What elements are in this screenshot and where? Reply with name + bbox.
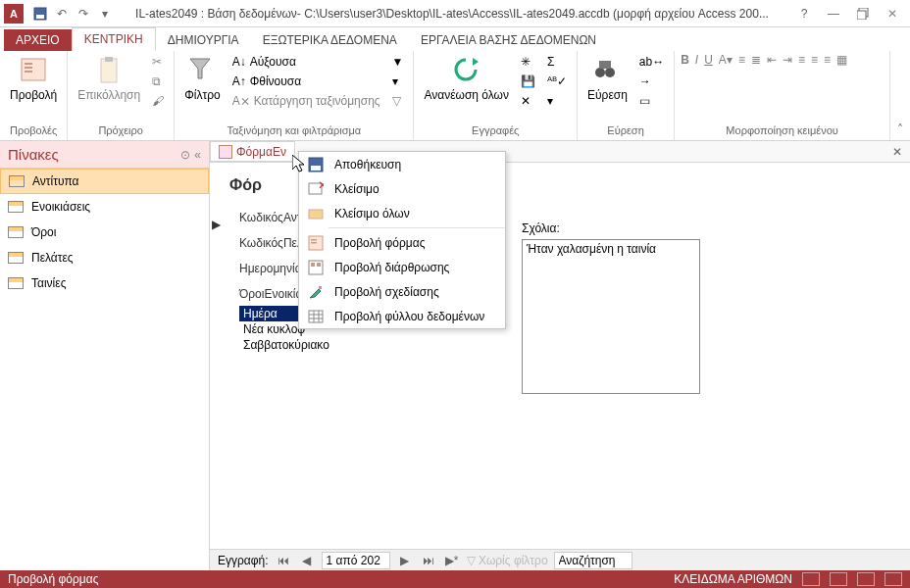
indent-left-button[interactable]: ⇤ <box>767 53 777 67</box>
datasheet-view-icon <box>307 308 325 325</box>
menu-save[interactable]: Αποθήκευση <box>299 152 505 176</box>
comments-textarea[interactable]: Ήταν χαλασμένη η ταινία <box>522 239 700 394</box>
view-shortcut-layout[interactable] <box>857 572 875 586</box>
cut-button[interactable]: ✂ <box>148 53 168 71</box>
format-painter-button[interactable]: 🖌 <box>148 92 168 110</box>
redo-icon[interactable]: ↷ <box>75 5 92 23</box>
fill-color-button[interactable]: ▦ <box>836 53 847 67</box>
delete-record-button[interactable]: ✕ <box>517 92 539 110</box>
spelling-button[interactable]: ᴬᴮ✓ <box>543 73 571 90</box>
undo-icon[interactable]: ↶ <box>53 5 71 23</box>
menu-close[interactable]: ✕ Κλείσιμο <box>299 176 505 201</box>
nav-item-tainies[interactable]: Ταινίες <box>0 270 209 296</box>
paste-button[interactable]: Επικόλληση <box>74 53 144 104</box>
nav-item-enoikiaseis[interactable]: Ενοικιάσεις <box>0 194 209 220</box>
numbering-button[interactable]: ≣ <box>751 53 761 67</box>
underline-button[interactable]: U <box>704 53 713 67</box>
svg-rect-5 <box>25 63 32 65</box>
close-button[interactable]: ✕ <box>879 4 906 24</box>
collapse-ribbon-button[interactable]: ˄ <box>890 51 910 140</box>
svg-marker-11 <box>473 58 479 66</box>
prev-record-button[interactable]: ◀ <box>298 554 316 567</box>
nav-item-pelates[interactable]: Πελάτες <box>0 245 209 270</box>
tab-database-tools[interactable]: ΕΡΓΑΛΕΙΑ ΒΑΣΗΣ ΔΕΔΟΜΕΝΩΝ <box>409 29 608 51</box>
form-icon <box>219 145 232 159</box>
svg-rect-14 <box>599 61 611 69</box>
toggle-filter-button[interactable]: ▽ <box>388 92 408 110</box>
list-option-savvatokyriako[interactable]: Σαββατοκύριακο <box>239 337 382 353</box>
new-record-button[interactable]: ✳ <box>517 53 539 71</box>
view-button-label: Προβολή <box>10 88 57 102</box>
indent-right-button[interactable]: ⇥ <box>783 53 792 67</box>
align-center-button[interactable]: ≡ <box>811 53 818 67</box>
tab-context-menu: Αποθήκευση ✕ Κλείσιμο Κλείσιμο όλων Προβ… <box>298 151 506 329</box>
align-left-button[interactable]: ≡ <box>798 53 805 67</box>
form-view-icon <box>18 55 49 86</box>
nav-collapse-icon[interactable]: « <box>194 148 201 162</box>
menu-layout-view[interactable]: Προβολή διάρθρωσης <box>299 255 505 279</box>
copy-button[interactable]: ⧉ <box>148 73 168 90</box>
tab-home[interactable]: ΚΕΝΤΡΙΚΗ <box>72 27 156 51</box>
tab-file[interactable]: ΑΡΧΕΙΟ <box>4 29 72 51</box>
save-icon[interactable] <box>31 5 49 23</box>
sort-asc-icon: A↓ <box>232 55 246 69</box>
bold-button[interactable]: B <box>681 53 689 67</box>
goto-button[interactable]: → <box>635 73 668 90</box>
help-button[interactable]: ? <box>790 4 818 24</box>
svg-point-12 <box>595 68 605 77</box>
filter-button[interactable]: Φίλτρο <box>180 53 224 104</box>
sort-asc-button[interactable]: A↓Αύξουσα <box>228 53 384 71</box>
view-shortcut-datasheet[interactable] <box>830 572 847 586</box>
nav-dropdown-icon[interactable]: ⊙ <box>180 148 190 162</box>
nav-header[interactable]: Πίνακες ⊙ « <box>0 141 209 169</box>
title-bar: A ↶ ↷ ▾ IL-ates2049 : Βάση δεδομένων- C:… <box>0 0 910 27</box>
menu-datasheet-view[interactable]: Προβολή φύλλου δεδομένων <box>299 304 505 328</box>
table-icon <box>8 277 24 289</box>
select-button[interactable]: ▭ <box>635 92 668 110</box>
selection-filter-button[interactable]: ▼ <box>388 53 408 71</box>
menu-form-view[interactable]: Προβολή φόρμας <box>299 230 505 255</box>
sort-desc-button[interactable]: A↑Φθίνουσα <box>228 73 384 90</box>
new-record-nav-button[interactable]: ▶* <box>443 554 461 567</box>
menu-design-view[interactable]: Προβολή σχεδίασης <box>299 279 505 304</box>
tab-create[interactable]: ΔΗΜΙΟΥΡΓΙΑ <box>156 29 251 51</box>
minimize-button[interactable]: — <box>820 4 847 24</box>
ribbon-group-records-label: Εγγραφές <box>420 122 571 138</box>
restore-button[interactable] <box>849 4 877 24</box>
more-records-button[interactable]: ▾ <box>543 92 571 110</box>
record-position-input[interactable] <box>322 552 390 569</box>
next-record-button[interactable]: ▶ <box>396 554 414 567</box>
find-button[interactable]: Εύρεση <box>583 53 632 104</box>
table-icon <box>9 175 25 187</box>
record-search-input[interactable] <box>554 552 632 569</box>
svg-rect-22 <box>311 242 317 244</box>
bullets-button[interactable]: ≡ <box>738 53 745 67</box>
record-nav-label: Εγγραφή: <box>218 554 269 567</box>
save-record-button[interactable]: 💾 <box>517 73 539 90</box>
record-selector[interactable]: ▶ <box>212 218 221 231</box>
first-record-button[interactable]: ⏮ <box>275 554 292 567</box>
refresh-all-button[interactable]: Ανανέωση όλων <box>420 53 513 104</box>
clear-sort-button[interactable]: A⨯Κατάργηση ταξινόμησης <box>228 92 384 110</box>
nav-item-antitypa[interactable]: Αντίτυπα <box>0 169 209 194</box>
ribbon-group-records: Ανανέωση όλων ✳ 💾 ✕ Σ ᴬᴮ✓ ▾ Εγγραφές <box>414 51 578 140</box>
menu-close-all[interactable]: Κλείσιμο όλων <box>299 201 505 225</box>
tab-external-data[interactable]: ΕΞΩΤΕΡΙΚΑ ΔΕΔΟΜΕΝΑ <box>251 29 409 51</box>
document-close-button[interactable]: ✕ <box>892 145 902 159</box>
totals-button[interactable]: Σ <box>543 53 571 71</box>
replace-icon: ab↔ <box>639 55 664 69</box>
advanced-filter-button[interactable]: ▾ <box>388 73 408 90</box>
nav-item-oroi[interactable]: Όροι <box>0 220 209 245</box>
view-button[interactable]: Προβολή <box>6 53 61 104</box>
align-right-button[interactable]: ≡ <box>824 53 831 67</box>
italic-button[interactable]: I <box>695 53 698 67</box>
document-tab-forma[interactable]: ΦόρμαΕν <box>210 141 295 162</box>
ribbon-group-text-format: B I U A▾ ≡ ≣ ⇤ ⇥ ≡ ≡ ≡ ▦ Μορφοποίηση κει… <box>675 51 890 140</box>
replace-button[interactable]: ab↔ <box>635 53 668 71</box>
status-view-label: Προβολή φόρμας <box>8 572 98 586</box>
view-shortcut-design[interactable] <box>885 572 902 586</box>
qat-dropdown-icon[interactable]: ▾ <box>96 5 114 23</box>
last-record-button[interactable]: ⏭ <box>420 554 437 567</box>
font-color-button[interactable]: A▾ <box>719 53 733 67</box>
view-shortcut-form[interactable] <box>802 572 820 586</box>
